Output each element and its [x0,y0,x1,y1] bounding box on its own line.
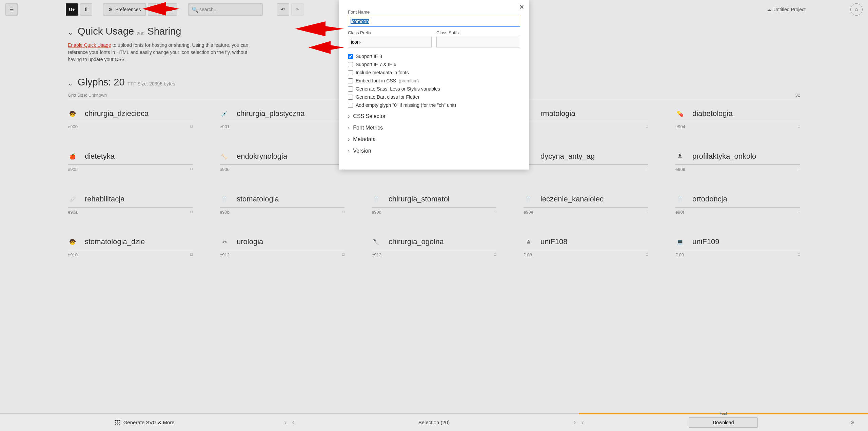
font-name-input[interactable] [348,16,520,19]
font-name-selected-text: icomoon [351,19,369,19]
font-name-label: Font Name [348,9,520,15]
preferences-modal: ✕ Font Name icomoon Class Prefix Class S… [339,0,529,19]
close-icon[interactable]: ✕ [519,3,524,11]
